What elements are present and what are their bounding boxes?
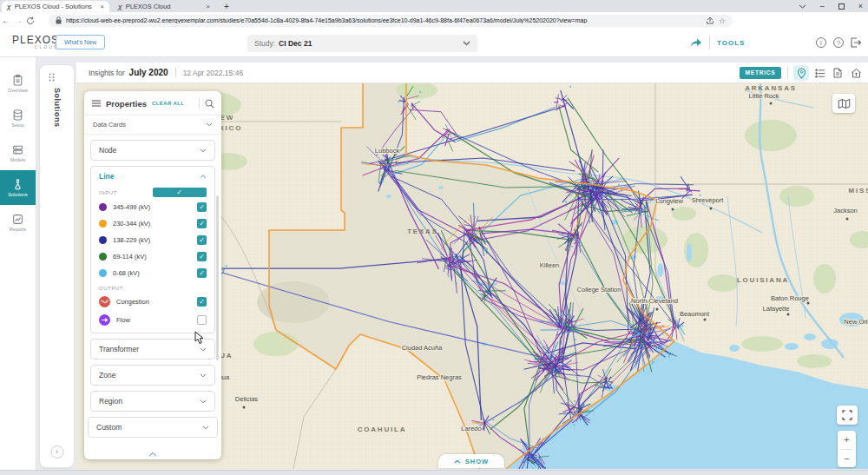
panel-title: Properties xyxy=(106,99,147,109)
plexos-favicon-icon: χ xyxy=(118,3,122,10)
map-label-city: Delicias xyxy=(235,395,259,403)
card-zone-header[interactable]: Zone xyxy=(91,366,214,385)
line-category-row: 138-229 (kV)✓ xyxy=(91,232,214,248)
show-label: SHOW xyxy=(465,458,489,465)
map-label-city: Lafayette xyxy=(763,305,790,313)
city-dot xyxy=(656,308,659,311)
row-checkbox[interactable]: ✓ xyxy=(197,202,207,212)
data-cards-dropdown[interactable]: Data Cards xyxy=(84,115,221,135)
chevron-down-icon xyxy=(200,347,207,352)
window-maximize-icon[interactable] xyxy=(838,3,845,10)
zoom-out-button[interactable]: − xyxy=(838,450,856,468)
address-bar[interactable]: https://cloud-web-ee-preprod2-wu2.energy… xyxy=(49,15,733,27)
map-label-city: Longview xyxy=(655,197,683,205)
map-pin-toggle[interactable] xyxy=(793,65,809,81)
browser-tab-inactive[interactable]: χ PLEXOS Cloud × xyxy=(113,1,215,12)
card-region-header[interactable]: Region xyxy=(91,392,214,411)
row-checkbox[interactable]: ✓ xyxy=(197,268,207,278)
models-icon xyxy=(12,144,23,155)
metrics-button[interactable]: METRICS xyxy=(740,67,781,79)
report-file-toggle[interactable] xyxy=(830,65,845,81)
line-category-row: 345-499 (kV)✓ xyxy=(91,199,214,215)
solutions-icon xyxy=(12,179,23,190)
card-line: Line INPUT ✓ 345-499 (kV)✓230-344 (kV)✓1… xyxy=(90,166,215,333)
sidebar-item-models[interactable]: Models xyxy=(0,135,36,170)
map-style-button[interactable] xyxy=(832,94,855,113)
window-controls: – × xyxy=(799,0,863,12)
drag-grid-icon[interactable] xyxy=(48,73,56,82)
nav-sidebar: Overview Setup Models Solutions Reports xyxy=(0,57,36,470)
logout-icon[interactable] xyxy=(850,37,861,48)
whats-new-button[interactable]: What's New xyxy=(56,35,105,49)
legend-list-toggle[interactable] xyxy=(812,65,828,81)
row-checkbox[interactable]: ✓ xyxy=(197,219,207,228)
study-label: Study: xyxy=(254,39,275,48)
overview-icon xyxy=(12,75,23,86)
card-label: Node xyxy=(99,146,200,155)
row-checkbox[interactable]: ✓ xyxy=(197,252,207,261)
rail-expand-button[interactable]: › xyxy=(50,445,63,459)
line-category-row: 230-344 (kV)✓ xyxy=(91,215,214,232)
sidebar-item-solutions[interactable]: Solutions xyxy=(0,170,36,205)
study-selector[interactable]: Study: CI Dec 21 xyxy=(247,35,477,52)
help-icon[interactable]: ? xyxy=(833,37,844,48)
insights-title: Insights for July 2020 12 Apr 2022,15:46 xyxy=(76,68,243,77)
browser-tab-active[interactable]: χ PLEXOS Cloud - Solutions × xyxy=(2,1,109,12)
chevron-down-icon xyxy=(200,373,207,378)
card-custom-header[interactable]: Custom xyxy=(89,418,217,437)
tab-close-icon[interactable]: × xyxy=(100,3,104,10)
card-transformer: Transformer xyxy=(90,339,215,360)
tab-title: PLEXOS Cloud xyxy=(126,3,203,10)
window-close-icon[interactable]: × xyxy=(858,2,863,10)
collapse-chevron-icon[interactable] xyxy=(148,452,157,457)
row-checkbox[interactable]: ✓ xyxy=(197,235,207,245)
card-line-header[interactable]: Line xyxy=(91,167,214,186)
legend-list-icon xyxy=(815,69,825,78)
export-home-toggle[interactable] xyxy=(848,65,864,81)
new-tab-button[interactable]: + xyxy=(220,1,233,12)
card-zone: Zone xyxy=(90,365,215,386)
sidebar-item-overview[interactable]: Overview xyxy=(0,66,36,101)
category-color-dot xyxy=(99,269,107,277)
zoom-in-button[interactable]: + xyxy=(838,431,856,449)
forward-icon[interactable]: → xyxy=(12,16,24,25)
map-label-city: New Orleans xyxy=(844,318,868,326)
window-restore-down-icon[interactable] xyxy=(799,4,806,9)
chevron-down-icon xyxy=(463,41,470,46)
row-checkbox[interactable]: ✓ xyxy=(197,297,207,307)
share-icon[interactable] xyxy=(690,36,702,47)
info-icon[interactable]: i xyxy=(816,37,826,48)
sidebar-item-setup[interactable]: Setup xyxy=(0,101,36,135)
input-master-checkbox[interactable]: ✓ xyxy=(153,188,207,197)
line-output-row: Flow xyxy=(91,311,214,329)
card-label: Region xyxy=(99,397,200,406)
row-checkbox[interactable] xyxy=(197,315,207,325)
share-page-icon[interactable] xyxy=(706,16,714,24)
category-color-dot xyxy=(99,203,107,211)
hamburger-icon[interactable] xyxy=(92,100,101,107)
map-label-city: Piedras Negras xyxy=(417,373,462,381)
show-panel-button[interactable]: SHOW xyxy=(438,454,504,468)
panel-scrollbar[interactable] xyxy=(216,195,219,360)
chevron-down-icon xyxy=(202,426,209,430)
bookmark-star-icon[interactable]: ☆ xyxy=(719,16,726,25)
clear-all-button[interactable]: CLEAR ALL xyxy=(152,101,184,106)
tools-button[interactable]: TOOLS xyxy=(717,39,745,47)
back-icon[interactable]: ← xyxy=(0,16,12,25)
card-node-header[interactable]: Node xyxy=(91,141,214,160)
app-header: PLEXOS CLOUD What's New Study: CI Dec 21… xyxy=(0,29,868,57)
search-icon[interactable] xyxy=(205,99,214,109)
reports-icon xyxy=(12,214,23,225)
window-minimize-icon[interactable]: – xyxy=(820,2,825,10)
browser-url-row: ← → https://cloud-web-ee-preprod2-wu2.en… xyxy=(0,12,868,29)
setup-icon xyxy=(12,109,23,121)
card-transformer-header[interactable]: Transformer xyxy=(91,340,214,359)
map-label-state: LOUISIANA xyxy=(737,276,789,284)
properties-header: Properties CLEAR ALL xyxy=(84,91,221,115)
card-label: Custom xyxy=(96,423,202,432)
tab-close-icon[interactable]: × xyxy=(206,3,210,10)
fullscreen-button[interactable] xyxy=(837,406,858,425)
sidebar-item-reports[interactable]: Reports xyxy=(0,205,36,240)
city-dot xyxy=(787,313,790,316)
reload-icon[interactable] xyxy=(24,16,36,25)
